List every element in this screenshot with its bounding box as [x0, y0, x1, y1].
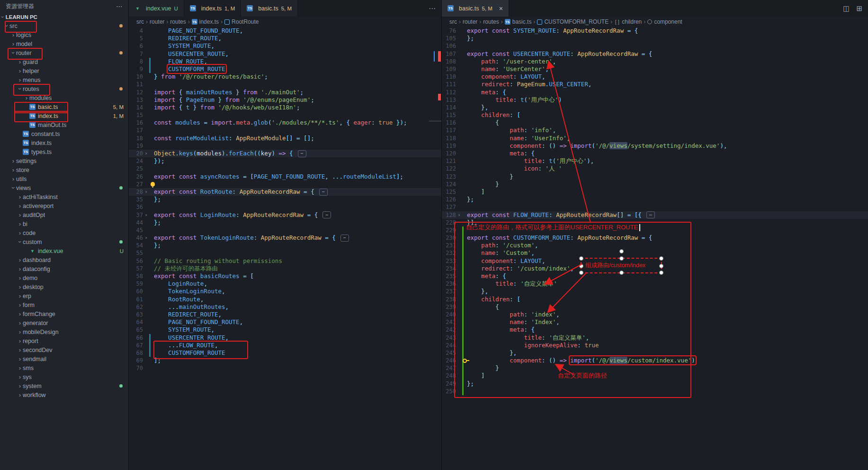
tree-folder-workflow[interactable]: ›workflow: [0, 390, 128, 399]
tree-file-index.ts[interactable]: TSindex.ts1, M: [0, 111, 128, 120]
tree-folder-model[interactable]: ›model: [0, 39, 128, 48]
code-line-62[interactable]: 62 ...mainOutRoutes,: [129, 303, 441, 311]
code-line-110[interactable]: 110 component: LAYOUT,: [442, 73, 868, 81]
code-line-241[interactable]: 241 name: 'Index',: [442, 318, 868, 326]
code-line-229[interactable]: 229: [442, 226, 868, 234]
code-line-239[interactable]: 239 {: [442, 303, 868, 311]
folded-region-badge[interactable]: ⋯: [322, 211, 331, 218]
line-number[interactable]: 36: [129, 203, 143, 211]
line-number[interactable]: 245: [442, 349, 456, 357]
code-line-247[interactable]: 247 }: [442, 364, 868, 372]
breadcrumb-routes[interactable]: routes: [483, 18, 499, 25]
line-number[interactable]: 12: [129, 89, 143, 96]
tree-folder-src[interactable]: ›src: [0, 21, 128, 30]
code-line-67[interactable]: 67 ...FLOW_ROUTE,: [129, 342, 441, 349]
line-number[interactable]: 235: [442, 272, 456, 280]
line-number[interactable]: 114: [442, 104, 456, 111]
line-number[interactable]: 4: [129, 27, 143, 35]
line-number[interactable]: 46: [129, 234, 143, 242]
tree-folder-logics[interactable]: ›logics: [0, 30, 128, 39]
code-line-36[interactable]: 36: [129, 203, 441, 211]
lightbulb-icon[interactable]: [151, 182, 155, 186]
line-number[interactable]: 7: [129, 50, 143, 58]
code-line-244[interactable]: 244 ignoreKeepAlive: true: [442, 342, 868, 349]
fold-chevron-icon[interactable]: ›: [456, 211, 462, 219]
code-line-44[interactable]: 44};: [129, 219, 441, 226]
code-line-231[interactable]: 231 path: '/custom',: [442, 242, 868, 249]
code-line-232[interactable]: 232 name: 'Custom',: [442, 249, 868, 257]
code-line-17[interactable]: 17: [129, 127, 441, 134]
code-line-14[interactable]: 14import { t } from '/@/hooks/web/useI18…: [129, 104, 441, 111]
code-line-119[interactable]: 119 component: () => import('/@/views/sy…: [442, 142, 868, 150]
line-number[interactable]: 65: [129, 326, 143, 334]
line-number[interactable]: 117: [442, 127, 456, 134]
fold-chevron-icon[interactable]: ›: [143, 234, 149, 242]
tree-folder-menus[interactable]: ›menus: [0, 75, 128, 84]
code-line-242[interactable]: 242 meta: {: [442, 326, 868, 334]
code-line-105[interactable]: 105};: [442, 35, 868, 42]
code-line-46[interactable]: 46›export const TokenLoginRoute: AppRout…: [129, 234, 441, 242]
breadcrumb-component[interactable]: component: [647, 18, 682, 25]
tree-folder-settings[interactable]: ›settings: [0, 156, 128, 165]
line-number[interactable]: 6: [129, 42, 143, 50]
code-line-63[interactable]: 63 REDIRECT_ROUTE,: [129, 311, 441, 318]
code-line-18[interactable]: 18const routeModuleList: AppRouteModule[…: [129, 135, 441, 142]
line-number[interactable]: 123: [442, 173, 456, 181]
code-line-58[interactable]: 58export const basicRoutes = [: [129, 272, 441, 280]
code-line-237[interactable]: 237 },: [442, 288, 868, 295]
line-number[interactable]: 44: [129, 219, 143, 226]
code-line-20[interactable]: 20›Object.keys(modules).forEach((key) =>…: [129, 150, 441, 157]
line-number[interactable]: 59: [129, 280, 143, 288]
tree-folder-sms[interactable]: ›sms: [0, 363, 128, 372]
code-line-15[interactable]: 15: [129, 111, 441, 119]
code-line-248[interactable]: 248 ]: [442, 372, 868, 380]
line-number[interactable]: 63: [129, 311, 143, 318]
code-line-59[interactable]: 59 LoginRoute,: [129, 280, 441, 288]
line-number[interactable]: 62: [129, 303, 143, 311]
key-icon[interactable]: [463, 358, 469, 363]
code-line-16[interactable]: 16const modules = import.meta.glob('./mo…: [129, 119, 441, 127]
line-number[interactable]: 69: [129, 357, 143, 364]
code-line-127[interactable]: 127: [442, 203, 868, 211]
code-line-54[interactable]: 54};: [129, 242, 441, 249]
code-line-7[interactable]: 7 USERCENTER_ROUTE,: [129, 50, 441, 58]
line-number[interactable]: 124: [442, 181, 456, 188]
explorer-more-actions-icon[interactable]: ⋯: [116, 2, 123, 10]
line-number[interactable]: 17: [129, 127, 143, 134]
minimap[interactable]: [429, 17, 441, 470]
code-line-76[interactable]: 76export const SYSTEM_ROUTE: AppRouteRec…: [442, 27, 868, 35]
code-line-8[interactable]: 8 FLOW_ROUTE,: [129, 58, 441, 65]
line-number[interactable]: 9: [129, 65, 143, 73]
code-line-45[interactable]: 45: [129, 226, 441, 234]
line-number[interactable]: 25: [129, 165, 143, 172]
code-line-25[interactable]: 25: [129, 165, 441, 172]
line-number[interactable]: 121: [442, 157, 456, 165]
tab-index.vue[interactable]: ▼index.vueU: [129, 0, 184, 17]
line-number[interactable]: 111: [442, 81, 456, 88]
line-number[interactable]: 26: [129, 173, 143, 181]
line-number[interactable]: 45: [129, 226, 143, 234]
tree-folder-erp[interactable]: ›erp: [0, 291, 128, 300]
tree-file-index.ts[interactable]: TSindex.ts: [0, 138, 128, 147]
line-number[interactable]: 28: [129, 188, 143, 196]
tree-folder-sendmail[interactable]: ›sendmail: [0, 354, 128, 363]
code-line-13[interactable]: 13import { PageEnum } from '/@/enums/pag…: [129, 96, 441, 104]
tree-file-index.vue[interactable]: ▼index.vueU: [0, 246, 128, 255]
code-line-240[interactable]: 240 path: 'index',: [442, 311, 868, 318]
code-line-70[interactable]: 70: [129, 364, 441, 372]
tree-folder-utils[interactable]: ›utils: [0, 174, 128, 183]
code-line-28[interactable]: 28›export const RootRoute: AppRouteRecor…: [129, 188, 441, 196]
code-line-6[interactable]: 6 SYSTEM_ROUTE,: [129, 42, 441, 50]
code-line-245[interactable]: 245 },: [442, 349, 868, 357]
tree-folder-custom[interactable]: ›custom: [0, 237, 128, 246]
tab-basic.ts[interactable]: TSbasic.ts5, M×: [442, 0, 509, 17]
project-section-header[interactable]: › LEARUN PC: [0, 12, 128, 21]
code-line-37[interactable]: 37›export const LoginRoute: AppRouteReco…: [129, 211, 441, 219]
line-number[interactable]: 60: [129, 288, 143, 295]
code-line-60[interactable]: 60 TokenLoginRoute,: [129, 288, 441, 295]
line-number[interactable]: 76: [442, 27, 456, 35]
tree-file-types.ts[interactable]: TStypes.ts: [0, 147, 128, 156]
line-number[interactable]: 242: [442, 326, 456, 334]
customize-layout-icon[interactable]: ⊞: [856, 4, 862, 13]
line-number[interactable]: 232: [442, 249, 456, 257]
